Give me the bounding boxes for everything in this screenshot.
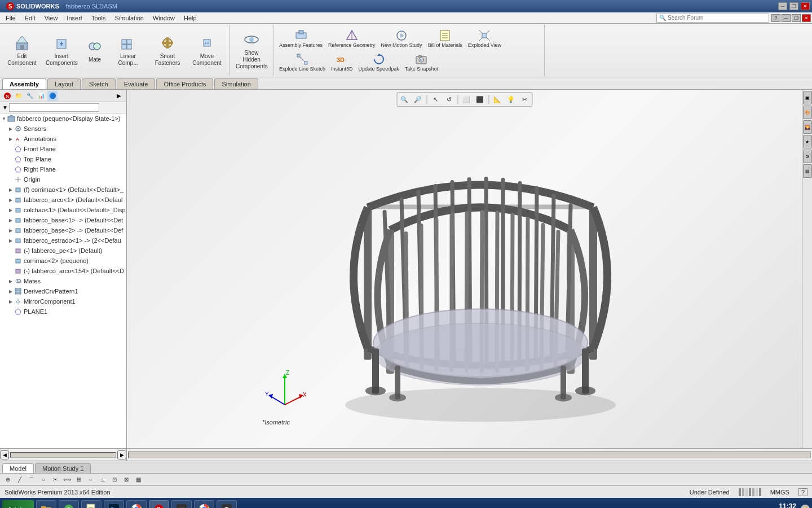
viewport-hscroll[interactable]: [127, 449, 812, 461]
rs-btn-6[interactable]: ▤: [803, 164, 812, 178]
restore-button[interactable]: ❐: [789, 2, 798, 10]
select-btn[interactable]: ↖: [429, 94, 442, 105]
tab-evaluate[interactable]: Evaluate: [117, 78, 156, 89]
tab-office-products[interactable]: Office Products: [156, 78, 213, 89]
edit-component-button[interactable]: Edit Component: [2, 25, 42, 75]
sk-btn-grid[interactable]: ⊡: [109, 475, 120, 485]
tree-arco154[interactable]: (-) fabberco_arco<154> (Default<<D: [0, 266, 126, 276]
viewport[interactable]: 🔍 🔎 ↖ ↺ ⬜ ⬛ 📐 💡 ✂: [127, 90, 802, 448]
extra-close[interactable]: ✕: [802, 14, 811, 22]
sk-btn-mirror[interactable]: ⟺: [61, 475, 73, 485]
taskbar-media[interactable]: [59, 500, 79, 508]
taskbar-hawk[interactable]: 🦅: [171, 500, 192, 508]
sk-btn-line[interactable]: ╱: [14, 475, 25, 485]
tree-plane1[interactable]: PLANE1: [0, 306, 126, 317]
motion-study-tab[interactable]: Motion Study 1: [35, 463, 91, 473]
search-forum-bar[interactable]: 🔍: [656, 14, 769, 23]
scroll-left-btn[interactable]: ◀: [0, 450, 9, 459]
tree-fabberco-arco1[interactable]: ▶ fabberco_arco<1> (Default<<Defaul: [0, 195, 126, 205]
smart-fasteners-button[interactable]: Smart Fasteners: [148, 25, 187, 75]
menu-edit[interactable]: Edit: [20, 14, 40, 23]
tab-layout[interactable]: Layout: [47, 78, 81, 89]
sidebar-btn-3[interactable]: 📊: [36, 91, 46, 101]
tree-mates[interactable]: ▶ Mates: [0, 276, 126, 286]
sidebar-btn-2[interactable]: 🔧: [25, 91, 35, 101]
rs-btn-4[interactable]: ★: [803, 135, 812, 148]
status-help[interactable]: ?: [798, 488, 807, 496]
menu-help[interactable]: Help: [179, 14, 201, 23]
taskbar-chrome2[interactable]: [194, 500, 214, 508]
menu-file[interactable]: File: [1, 14, 20, 23]
tree-base2[interactable]: ▶ fabberco_base<2> -> (Default<<Def: [0, 225, 126, 235]
show-hidden-button[interactable]: Show Hidden Components: [232, 25, 271, 75]
view-lights-btn[interactable]: 💡: [505, 94, 517, 105]
tree-corrimao2[interactable]: corrimao<2> (pequeno): [0, 256, 126, 266]
insert-components-button[interactable]: + Insert Components: [42, 25, 81, 75]
taskbar-photoshop[interactable]: Ps: [104, 500, 124, 508]
sk-btn-block[interactable]: ▦: [133, 475, 144, 485]
taskbar-notepad[interactable]: [81, 500, 102, 508]
close-button[interactable]: ✕: [801, 2, 810, 10]
menu-insert[interactable]: Insert: [62, 14, 87, 23]
assembly-features-button[interactable]: Assembly Features: [276, 27, 325, 50]
extra-min[interactable]: ?: [771, 14, 780, 22]
linear-comp-button[interactable]: Linear Comp...: [108, 25, 148, 75]
reference-geometry-button[interactable]: Reference Geometry: [325, 27, 378, 50]
extra-restore[interactable]: ─: [782, 14, 791, 22]
start-button[interactable]: Iniciar: [2, 500, 34, 508]
sk-btn-offset[interactable]: ⊞: [73, 475, 85, 485]
tab-sketch[interactable]: Sketch: [82, 78, 116, 89]
instant3d-button[interactable]: 3D Instant3D: [328, 50, 356, 74]
explode-line-button[interactable]: Explode Line Sketch: [276, 50, 328, 74]
zoom-out-btn[interactable]: 🔎: [412, 94, 424, 105]
tree-corrimao1[interactable]: ▶ (f) corrimao<1> (Default<<Default>_: [0, 185, 126, 195]
tree-pe1[interactable]: (-) fabberco_pe<1> (Default): [0, 246, 126, 256]
sk-btn-circle[interactable]: ○: [38, 475, 49, 485]
move-component-button[interactable]: ↔ Move Component: [187, 25, 227, 75]
display-style-btn[interactable]: ⬜: [460, 94, 473, 105]
rotate-btn[interactable]: ↺: [443, 94, 455, 105]
model-tab[interactable]: Model: [2, 463, 34, 473]
tree-front-plane[interactable]: Front Plane: [0, 144, 126, 154]
filter-input[interactable]: [9, 103, 99, 112]
extra-max[interactable]: ❐: [792, 14, 801, 22]
view-section-btn[interactable]: ✂: [518, 94, 531, 105]
rs-btn-2[interactable]: 🎨: [803, 106, 812, 119]
sidebar-btn-1[interactable]: 📁: [14, 91, 24, 101]
sidebar-btn-4[interactable]: 🔵: [47, 91, 58, 101]
tab-simulation[interactable]: Simulation: [214, 78, 258, 89]
taskbar-folder[interactable]: [36, 500, 56, 508]
sk-btn-dim[interactable]: ↔: [85, 475, 96, 485]
menu-view[interactable]: View: [40, 14, 63, 23]
mate-button[interactable]: Mate: [81, 25, 108, 75]
tree-right-plane[interactable]: Right Plane: [0, 164, 126, 174]
tree-origin[interactable]: Origin: [0, 174, 126, 185]
zoom-in-btn[interactable]: 🔍: [398, 94, 411, 105]
menu-tools[interactable]: Tools: [87, 14, 111, 23]
tree-estrado1[interactable]: ▶ fabberco_estrado<1> -> (2<<Defau: [0, 235, 126, 246]
rs-btn-3[interactable]: 🌄: [803, 120, 812, 134]
bill-of-materials-button[interactable]: Bill of Materials: [425, 27, 465, 50]
rs-btn-1[interactable]: ▣: [803, 91, 812, 104]
menu-simulation[interactable]: Simulation: [111, 14, 148, 23]
tree-colchao1[interactable]: ▶ colchao<1> (Default<<Default>_Disp: [0, 205, 126, 215]
tree-root[interactable]: ▼ fabberco (pequeno<Display State-1>): [0, 113, 126, 124]
h-scrollbar-track[interactable]: [10, 452, 116, 458]
tree-annotations[interactable]: ▶ A Annotations: [0, 134, 126, 144]
sk-btn-trim[interactable]: ✂: [50, 475, 61, 485]
search-forum-input[interactable]: [668, 15, 758, 21]
tree-top-plane[interactable]: Top Plane: [0, 154, 126, 164]
sidebar-expand-btn[interactable]: ▶: [114, 91, 124, 101]
sk-btn-origin[interactable]: ⊕: [2, 475, 14, 485]
new-motion-study-button[interactable]: New Motion Study: [378, 27, 425, 50]
sk-btn-arc[interactable]: ⌒: [26, 475, 37, 485]
rs-btn-5[interactable]: ⚙: [803, 150, 812, 163]
sk-btn-snap[interactable]: ⊠: [121, 475, 132, 485]
scroll-right-btn[interactable]: ▶: [117, 450, 126, 459]
taskbar-chrome[interactable]: [126, 500, 147, 508]
take-snapshot-button[interactable]: Take Snapshot: [402, 50, 442, 74]
minimize-button[interactable]: ─: [778, 2, 787, 10]
menu-window[interactable]: Window: [148, 14, 179, 23]
sk-btn-relation[interactable]: ⊥: [97, 475, 108, 485]
tree-base1[interactable]: ▶ fabberco_base<1> -> (Default<<Det: [0, 215, 126, 225]
